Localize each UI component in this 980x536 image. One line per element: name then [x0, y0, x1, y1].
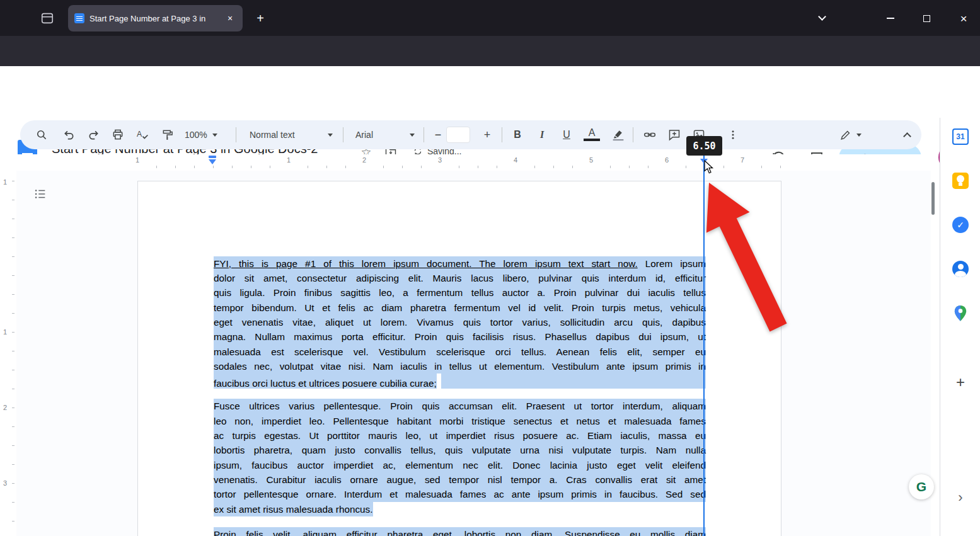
first-line-indent-marker[interactable]: [209, 156, 216, 158]
tasks-button[interactable]: ✓: [951, 215, 970, 234]
hide-side-panel-button[interactable]: ›: [951, 488, 970, 507]
chevron-down-icon: [818, 13, 826, 21]
paragraph-style-select[interactable]: Normal text: [245, 125, 338, 144]
text-line[interactable]: ex sit amet risus malesuada rhoncus.: [214, 502, 706, 516]
text-line[interactable]: eget venenatis vitae, aliquet ut lorem. …: [214, 315, 706, 329]
editing-mode-select[interactable]: [834, 125, 867, 144]
undo-button[interactable]: [61, 127, 77, 142]
selected-text[interactable]: eget venenatis vitae, aliquet ut lorem. …: [214, 315, 706, 329]
firefox-view-button[interactable]: [38, 9, 57, 28]
selected-text[interactable]: quis ligula. Proin finibus sagittis leo,…: [214, 285, 706, 300]
text-line[interactable]: tortor pellentesque ornare. Interdum et …: [214, 487, 706, 501]
text-line[interactable]: malesuada est scelerisque vel. Vestibulu…: [214, 345, 706, 359]
underline-button[interactable]: U: [558, 127, 575, 142]
paragraph[interactable]: Proin felis velit, aliquam efficitur pha…: [214, 527, 706, 536]
text-line[interactable]: Fusce ultrices varius pellentesque. Proi…: [214, 399, 706, 414]
contacts-button[interactable]: [951, 259, 970, 278]
chevron-down-icon: [856, 134, 862, 137]
selected-text[interactable]: sodales nec, volutpat vitae nisi. Nam ia…: [214, 359, 706, 373]
document-scrollbar[interactable]: [931, 182, 935, 215]
text-line[interactable]: venenatis. Curabitur iaculis ornare augu…: [214, 472, 706, 487]
close-window-button[interactable]: ×: [953, 9, 974, 28]
text-line[interactable]: tempor bibendum. Ut et felis ac diam pha…: [214, 300, 706, 315]
text-color-button[interactable]: A: [584, 127, 600, 141]
ruler-tick: [12, 294, 14, 295]
selection-tail: [441, 373, 706, 389]
maps-button[interactable]: [951, 304, 970, 322]
minimize-button[interactable]: [880, 9, 901, 28]
search-menus-button[interactable]: [33, 127, 50, 142]
selected-text[interactable]: lobortis pharetra, quam justo convallis …: [214, 443, 706, 457]
chevron-down-icon: [328, 134, 333, 137]
insert-link-button[interactable]: [642, 127, 658, 142]
text-line[interactable]: leo non, imperdiet leo. Pellentesque hab…: [214, 414, 706, 428]
more-vertical-icon: [727, 129, 739, 140]
maximize-button[interactable]: [916, 9, 937, 28]
selected-text[interactable]: ex sit amet risus malesuada rhoncus.: [214, 502, 373, 516]
selected-text[interactable]: ipsum, faucibus auctor imperdiet ac, ele…: [214, 458, 706, 472]
bold-button[interactable]: B: [509, 127, 526, 142]
redo-button[interactable]: [85, 127, 101, 142]
selected-text[interactable]: malesuada est scelerisque vel. Vestibulu…: [214, 345, 706, 359]
new-tab-button[interactable]: +: [251, 9, 270, 28]
highlighter-icon: [612, 128, 625, 141]
keep-button[interactable]: [951, 171, 970, 190]
more-options-button[interactable]: [725, 127, 741, 142]
minimize-icon: [887, 18, 894, 19]
selected-text[interactable]: tempor bibendum. Ut et felis ac diam pha…: [214, 300, 706, 315]
text-line[interactable]: FYI, this is page #1 of this lorem ipsum…: [214, 256, 706, 271]
selected-text[interactable]: leo non, imperdiet leo. Pellentesque hab…: [214, 414, 706, 428]
text-line[interactable]: quis ligula. Proin finibus sagittis leo,…: [214, 286, 706, 300]
hide-menus-button[interactable]: [899, 127, 915, 142]
underlined-selected-text[interactable]: FYI, this is page #1 of this lorem ipsum…: [214, 256, 638, 271]
selected-text[interactable]: Proin felis velit, aliquam efficitur pha…: [214, 527, 706, 536]
calendar-button[interactable]: 31: [951, 127, 970, 146]
ruler-tick: [497, 166, 497, 168]
selected-text[interactable]: Fusce ultrices varius pellentesque. Proi…: [214, 399, 706, 413]
tab-bar: Start Page Number at Page 3 in × + ×: [0, 0, 980, 36]
text-line[interactable]: Proin felis velit, aliquam efficitur pha…: [214, 527, 706, 536]
vertical-ruler[interactable]: 1123: [0, 171, 16, 536]
print-button[interactable]: [110, 127, 126, 142]
increase-font-size-button[interactable]: +: [479, 127, 495, 142]
maps-pin-icon: [954, 305, 967, 322]
selected-text[interactable]: faucibus orci luctus et ultrices posuere…: [214, 373, 437, 388]
italic-button[interactable]: I: [534, 127, 550, 142]
spell-check-button[interactable]: A: [134, 127, 151, 142]
paragraph[interactable]: FYI, this is page #1 of this lorem ipsum…: [214, 256, 706, 389]
left-indent-marker[interactable]: [209, 159, 216, 164]
selected-text[interactable]: ac turpis egestas. Ut porttitor mauris l…: [214, 428, 706, 443]
text-line[interactable]: ipsum, faucibus auctor imperdiet ac, ele…: [214, 458, 706, 472]
show-outline-button[interactable]: [32, 185, 49, 203]
text-line[interactable]: sodales nec, volutpat vitae nisi. Nam ia…: [214, 359, 706, 373]
document-body[interactable]: FYI, this is page #1 of this lorem ipsum…: [214, 256, 706, 536]
font-select[interactable]: Arial: [350, 125, 420, 144]
text-line[interactable]: dolor sit amet, consectetur adipiscing e…: [214, 271, 706, 285]
get-addons-button[interactable]: +: [951, 373, 970, 392]
text-line[interactable]: ac turpis egestas. Ut porttitor mauris l…: [214, 428, 706, 443]
add-comment-button[interactable]: [666, 127, 683, 142]
zoom-select[interactable]: 100%: [180, 125, 222, 144]
ruler-tick: [780, 166, 781, 168]
text-line[interactable]: magna. Nullam maximus porta efficitur. P…: [214, 329, 706, 344]
highlight-color-button[interactable]: [610, 127, 626, 142]
ruler-tick: [12, 313, 14, 314]
selected-text[interactable]: venenatis. Curabitur iaculis ornare augu…: [214, 472, 706, 487]
list-all-tabs-button[interactable]: [819, 14, 827, 19]
grammarly-assistant-button[interactable]: G: [909, 474, 934, 499]
decrease-font-size-button[interactable]: −: [430, 127, 446, 142]
selected-text[interactable]: dolor sit amet, consectetur adipiscing e…: [214, 271, 706, 285]
text-line[interactable]: faucibus orci luctus et ultrices posuere…: [214, 373, 706, 388]
ruler-tick: [610, 166, 611, 168]
selected-text[interactable]: tortor pellentesque ornare. Interdum et …: [214, 487, 706, 501]
tab-close-icon[interactable]: ×: [224, 12, 236, 25]
browser-tab[interactable]: Start Page Number at Page 3 in ×: [68, 5, 243, 31]
text-line[interactable]: lobortis pharetra, quam justo convallis …: [214, 443, 706, 458]
selected-text[interactable]: magna. Nullam maximus porta efficitur. P…: [214, 329, 706, 344]
ruler-tick: [534, 166, 535, 168]
font-size-input[interactable]: [446, 127, 470, 143]
paragraph[interactable]: Fusce ultrices varius pellentesque. Proi…: [214, 399, 706, 516]
paint-format-button[interactable]: [159, 127, 176, 142]
search-icon: [35, 128, 48, 141]
svg-text:A: A: [136, 130, 142, 139]
